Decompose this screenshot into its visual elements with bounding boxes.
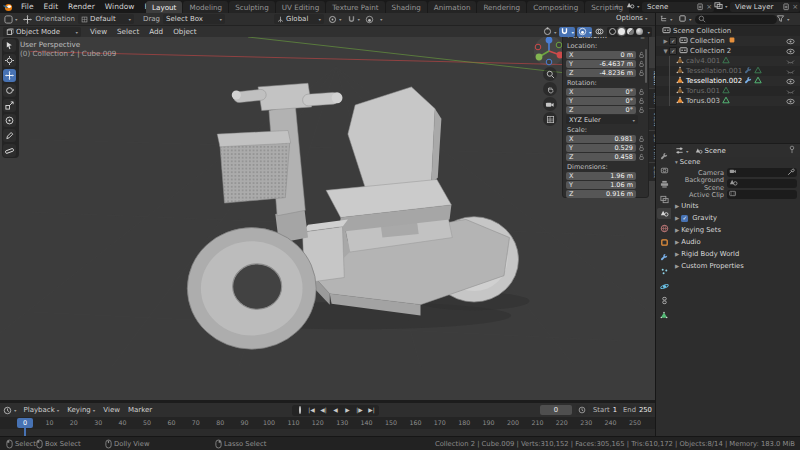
camera-view-icon[interactable] xyxy=(543,97,557,111)
next-keyframe-button[interactable]: |▶ xyxy=(354,407,365,413)
lock-icon[interactable] xyxy=(638,97,645,105)
lock-icon[interactable] xyxy=(638,144,645,152)
orientation-dropdown[interactable]: Default▾ xyxy=(78,14,134,24)
disclosure-icon[interactable]: ▶ xyxy=(662,38,669,44)
overlays-icon[interactable] xyxy=(594,27,605,37)
add-workspace-button[interactable]: + xyxy=(614,3,620,11)
pin-icon[interactable] xyxy=(788,145,796,156)
current-frame-field[interactable]: 0 xyxy=(540,405,572,415)
outliner-row-tessellation-002[interactable]: Tessellation.002 xyxy=(656,76,800,86)
tool-cursor-3d[interactable] xyxy=(3,54,16,67)
eye-icon[interactable] xyxy=(786,46,795,56)
pivot-point-icon[interactable]: ▾ xyxy=(327,14,343,24)
play-button[interactable]: ▶ xyxy=(342,407,353,413)
panel-audio[interactable]: ▶Audio xyxy=(672,236,800,248)
panel-units[interactable]: ▶Units xyxy=(672,200,800,212)
dimensions-x-slider[interactable]: X1.96 m xyxy=(566,172,645,180)
zoom-view-icon[interactable] xyxy=(543,67,557,81)
sidebar-tab-tool[interactable]: Tool xyxy=(649,89,655,107)
properties-tab-object[interactable] xyxy=(657,237,671,248)
timeline-menu-playback[interactable]: Playback▾ xyxy=(20,406,64,414)
menu-render[interactable]: Render xyxy=(63,2,100,11)
view-layer-field[interactable]: View Layer × xyxy=(730,2,800,12)
properties-tab-scene[interactable] xyxy=(657,208,671,219)
workspace-tab-scripting[interactable]: Scripting xyxy=(585,1,629,13)
unlink-scene-icon[interactable]: × xyxy=(706,3,712,11)
autokey-record-button[interactable] xyxy=(294,407,305,413)
playhead-line[interactable] xyxy=(24,427,25,436)
outliner-row-collection-2[interactable]: ▼✓Collection 2 xyxy=(656,46,800,56)
panel-scrollbar[interactable] xyxy=(645,49,647,83)
menu-edit[interactable]: Edit xyxy=(39,2,64,11)
jump-end-button[interactable]: ▶| xyxy=(366,407,377,413)
lock-icon[interactable] xyxy=(638,60,645,68)
lock-icon[interactable] xyxy=(638,135,645,143)
view-layer-icon[interactable]: ▾ xyxy=(714,1,728,10)
remove-view-layer-icon[interactable]: × xyxy=(792,3,798,11)
rotation-x-slider[interactable]: X0° xyxy=(566,88,645,96)
drag-dropdown[interactable]: Select Box▾ xyxy=(163,14,225,24)
sidebar-tab-item[interactable]: Item xyxy=(649,68,655,88)
outliner-display-mode-icon[interactable]: ▾ xyxy=(659,14,673,23)
shading-wireframe-icon[interactable] xyxy=(609,28,616,35)
workspace-tab-shading[interactable]: Shading xyxy=(386,1,427,13)
properties-tab-object-data[interactable] xyxy=(657,310,671,321)
preview-range-icon[interactable] xyxy=(576,405,588,415)
outliner-row-collection[interactable]: ▶✓Collection xyxy=(656,36,800,46)
menu-window[interactable]: Window xyxy=(100,2,140,11)
panel-keying-sets[interactable]: ▶Keying Sets xyxy=(672,224,800,236)
properties-tab-world[interactable] xyxy=(657,223,671,234)
viewport-menu-view[interactable]: View xyxy=(85,27,112,36)
eye-closed-icon[interactable] xyxy=(786,86,795,96)
timeline-menu-view[interactable]: View xyxy=(99,406,124,414)
frame-end-button[interactable]: End250 xyxy=(622,405,653,415)
prev-keyframe-button[interactable]: ◀| xyxy=(318,407,329,413)
rotation-z-slider[interactable]: Z0° xyxy=(566,106,645,114)
rotation-mode-dropdown[interactable]: XYZ Euler▾ xyxy=(566,115,638,124)
panel-gravity[interactable]: ▶✓Gravity xyxy=(672,212,800,224)
panel-rigid-body-world[interactable]: ▶Rigid Body World xyxy=(672,248,800,260)
outliner-search-input[interactable] xyxy=(695,15,777,24)
location-x-slider[interactable]: X0 m xyxy=(566,51,645,59)
eye-icon[interactable] xyxy=(786,96,795,106)
shading-rendered-icon[interactable] xyxy=(636,28,643,35)
active-tool-icon[interactable]: ▾ xyxy=(3,14,19,24)
dimensions-z-slider[interactable]: Z0.916 m xyxy=(566,190,645,198)
scale-z-slider[interactable]: Z0.458 xyxy=(566,153,645,161)
workspace-tab-uv-editing[interactable]: UV Editing xyxy=(276,1,326,13)
timeline-menu-keying[interactable]: Keying▾ xyxy=(63,406,99,414)
rotation-y-slider[interactable]: Y0° xyxy=(566,97,645,105)
tool-scale[interactable] xyxy=(3,99,16,112)
menu-file[interactable]: File xyxy=(16,2,39,11)
eye-closed-icon[interactable] xyxy=(786,66,795,76)
workspace-tab-animation[interactable]: Animation xyxy=(428,1,477,13)
properties-tab-particles[interactable] xyxy=(657,266,671,277)
outliner-row-torus-003[interactable]: Torus.003 xyxy=(656,96,800,106)
scale-x-slider[interactable]: X0.981 xyxy=(566,135,645,143)
properties-tab-modifiers[interactable] xyxy=(657,252,671,263)
viewport-menu-add[interactable]: Add xyxy=(144,27,168,36)
blender-logo-icon[interactable] xyxy=(3,2,13,14)
background-scene-input[interactable] xyxy=(727,179,797,188)
jump-start-button[interactable]: |◀ xyxy=(306,407,317,413)
outliner-row-tessellation-001[interactable]: Tessellation.001 xyxy=(656,66,800,76)
tool-rotate[interactable] xyxy=(3,84,16,97)
gravity-checkbox[interactable]: ✓ xyxy=(681,215,688,222)
camera-input[interactable] xyxy=(727,168,797,177)
workspace-tab-compositing[interactable]: Compositing xyxy=(527,1,584,13)
active-clip-input[interactable] xyxy=(727,190,797,199)
perspective-toggle-icon[interactable] xyxy=(543,112,557,126)
outliner-filter-object-icon[interactable]: ▾ xyxy=(678,14,692,23)
lock-icon[interactable] xyxy=(638,153,645,161)
proportional-edit-icon[interactable] xyxy=(364,14,375,24)
shading-dropdown-caret[interactable]: ▾ xyxy=(647,29,650,34)
play-reverse-button[interactable]: ◀ xyxy=(330,407,341,413)
panel-custom-properties[interactable]: ▶Custom Properties xyxy=(672,260,800,272)
transform-orientation-dropdown[interactable]: Global▾ xyxy=(274,14,324,24)
properties-tab-view-layer[interactable] xyxy=(657,194,671,205)
lock-icon[interactable] xyxy=(638,88,645,96)
location-y-slider[interactable]: Y-6.4637 m xyxy=(566,60,645,68)
snap-toggle-icon[interactable]: ▾ xyxy=(559,27,575,37)
gizmo-dropdown-icon[interactable]: ▾ xyxy=(542,27,558,37)
tool-measure[interactable] xyxy=(3,144,16,157)
